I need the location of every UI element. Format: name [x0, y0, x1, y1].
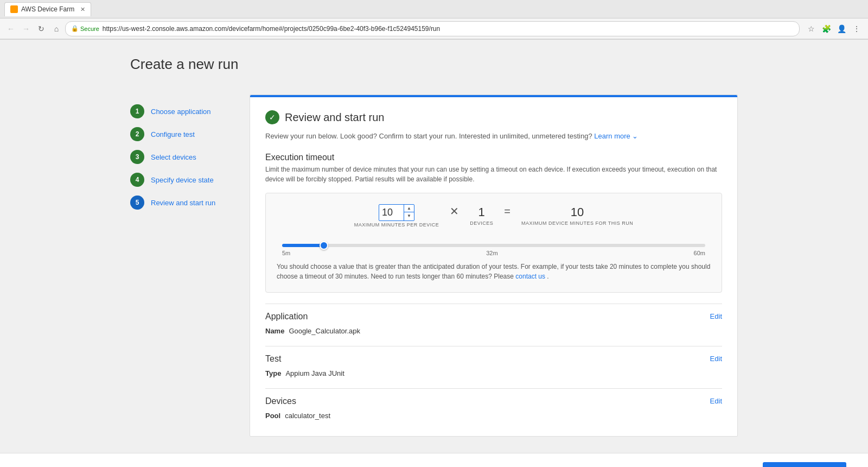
- main-panel: ✓ Review and start run Review your run b…: [250, 94, 738, 437]
- review-section-title: Review and start run: [285, 111, 384, 124]
- step-3-circle: 3: [130, 150, 144, 164]
- minutes-per-device-item: ▲ ▼ MAXIMUM MINUTES PER DEVICE: [354, 204, 439, 228]
- panel-body: ✓ Review and start run Review your run b…: [250, 97, 737, 436]
- contact-us-link[interactable]: contact us: [515, 273, 545, 280]
- section-header: ✓ Review and start run: [265, 110, 722, 124]
- application-title: Application: [265, 312, 308, 321]
- devices-pool-value: calculator_test: [285, 412, 330, 420]
- step-5-label[interactable]: Review and start run: [151, 199, 215, 207]
- devices-item: 1 DEVICES: [470, 205, 493, 226]
- learn-more-link[interactable]: Learn more ⌄: [594, 132, 638, 140]
- step-2[interactable]: 2 Configure test: [130, 123, 239, 146]
- application-edit-link[interactable]: Edit: [710, 312, 722, 320]
- timeout-slider[interactable]: [282, 244, 705, 247]
- slider-labels: 5m 32m 60m: [282, 250, 705, 256]
- devices-count: 1: [478, 205, 485, 219]
- devices-section: Devices Edit Pool calculator_test: [265, 388, 722, 420]
- devices-pool-key: Pool: [265, 412, 280, 420]
- devices-edit-link[interactable]: Edit: [710, 397, 722, 405]
- spinner-buttons: ▲ ▼: [404, 205, 414, 220]
- step-1[interactable]: 1 Choose application: [130, 100, 239, 123]
- step-5[interactable]: 5 Review and start run: [130, 191, 239, 214]
- slider-max-label: 60m: [694, 250, 705, 256]
- minutes-input[interactable]: [379, 205, 404, 220]
- address-url[interactable]: https://us-west-2.console.aws.amazon.com…: [103, 25, 794, 33]
- tab-close-icon[interactable]: ✕: [80, 6, 85, 13]
- timeout-description: Limit the maximum number of device minut…: [265, 165, 722, 184]
- tab-title: AWS Device Farm: [21, 5, 77, 13]
- lock-icon: 🔒: [71, 25, 79, 32]
- timeout-section-title: Execution timeout: [265, 153, 722, 162]
- home-button[interactable]: ⌂: [50, 22, 63, 35]
- devices-pool-row: Pool calculator_test: [265, 412, 722, 420]
- page-title-area: Create a new run: [108, 40, 760, 78]
- devices-title: Devices: [265, 396, 296, 406]
- browser-titlebar: AWS Device Farm ✕: [0, 0, 868, 18]
- page-content: 1 Choose application 2 Configure test 3 …: [108, 78, 760, 453]
- test-title: Test: [265, 354, 281, 364]
- devices-label: DEVICES: [470, 220, 493, 226]
- user-icon[interactable]: 👤: [834, 22, 848, 36]
- browser-nav: ← → ↻ ⌂ 🔒 Secure https://us-west-2.conso…: [0, 18, 868, 39]
- bottom-bar: Cancel Confirm and start run: [0, 453, 868, 468]
- step-5-circle: 5: [130, 195, 144, 210]
- nav-icons: ☆ 🧩 👤 ⋮: [804, 22, 864, 36]
- equals-operator: =: [504, 205, 510, 226]
- slider-container: 5m 32m 60m: [277, 241, 711, 256]
- extensions-icon[interactable]: 🧩: [819, 22, 833, 36]
- slider-mid-label: 32m: [486, 250, 497, 256]
- timeout-calc: ▲ ▼ MAXIMUM MINUTES PER DEVICE ✕ 1 DEVIC…: [277, 204, 711, 228]
- application-name-row: Name Google_Calculator.apk: [265, 327, 722, 335]
- page-container: Create a new run 1 Choose application 2 …: [0, 40, 868, 467]
- test-type-row: Type Appium Java JUnit: [265, 369, 722, 377]
- test-section: Test Edit Type Appium Java JUnit: [265, 346, 722, 377]
- sidebar: 1 Choose application 2 Configure test 3 …: [130, 94, 239, 437]
- step-4-label[interactable]: Specify device state: [151, 176, 214, 184]
- total-label: MAXIMUM DEVICE MINUTES FOR THIS RUN: [521, 220, 633, 226]
- back-button[interactable]: ←: [4, 22, 17, 35]
- step-2-label[interactable]: Configure test: [151, 130, 195, 138]
- minutes-input-wrap[interactable]: ▲ ▼: [379, 204, 414, 221]
- test-type-value: Appium Java JUnit: [285, 369, 344, 377]
- multiply-operator: ✕: [450, 205, 459, 226]
- total-minutes: 10: [571, 205, 584, 219]
- cancel-button[interactable]: Cancel: [721, 462, 756, 468]
- spinner-down-button[interactable]: ▼: [404, 212, 414, 220]
- browser-tab[interactable]: AWS Device Farm ✕: [4, 2, 91, 16]
- bookmark-icon[interactable]: ☆: [804, 22, 818, 36]
- confirm-button[interactable]: Confirm and start run: [763, 462, 846, 468]
- timeout-box: ▲ ▼ MAXIMUM MINUTES PER DEVICE ✕ 1 DEVIC…: [265, 193, 722, 293]
- application-name-key: Name: [265, 327, 284, 335]
- step-4-circle: 4: [130, 173, 144, 187]
- forward-button[interactable]: →: [20, 22, 33, 35]
- test-section-header: Test Edit: [265, 354, 722, 364]
- test-type-key: Type: [265, 369, 281, 377]
- step-1-label[interactable]: Choose application: [151, 108, 211, 116]
- minutes-per-device-label: MAXIMUM MINUTES PER DEVICE: [354, 222, 439, 228]
- tab-favicon: [10, 5, 18, 13]
- spinner-up-button[interactable]: ▲: [404, 205, 414, 212]
- total-minutes-item: 10 MAXIMUM DEVICE MINUTES FOR THIS RUN: [521, 205, 633, 226]
- subtitle-text: Review your run below. Look good? Confir…: [265, 131, 722, 142]
- menu-icon[interactable]: ⋮: [850, 22, 864, 36]
- step-3[interactable]: 3 Select devices: [130, 146, 239, 168]
- application-section-header: Application Edit: [265, 312, 722, 321]
- step-2-circle: 2: [130, 127, 144, 141]
- step-1-circle: 1: [130, 104, 144, 118]
- secure-badge: 🔒 Secure: [71, 25, 99, 32]
- secure-label: Secure: [80, 26, 99, 32]
- address-bar[interactable]: 🔒 Secure https://us-west-2.console.aws.a…: [65, 21, 800, 36]
- browser-chrome: AWS Device Farm ✕ ← → ↻ ⌂ 🔒 Secure https…: [0, 0, 868, 40]
- application-section: Application Edit Name Google_Calculator.…: [265, 304, 722, 335]
- page-title: Create a new run: [130, 56, 738, 73]
- checkmark-symbol: ✓: [269, 113, 276, 122]
- slider-min-label: 5m: [282, 250, 290, 256]
- reload-button[interactable]: ↻: [35, 22, 48, 35]
- test-edit-link[interactable]: Edit: [710, 355, 722, 363]
- devices-section-header: Devices Edit: [265, 396, 722, 406]
- step-4[interactable]: 4 Specify device state: [130, 168, 239, 191]
- timeout-hint: You should choose a value that is greate…: [277, 262, 711, 281]
- step-3-label[interactable]: Select devices: [151, 153, 196, 161]
- check-icon: ✓: [265, 110, 279, 124]
- application-name-value: Google_Calculator.apk: [289, 327, 360, 335]
